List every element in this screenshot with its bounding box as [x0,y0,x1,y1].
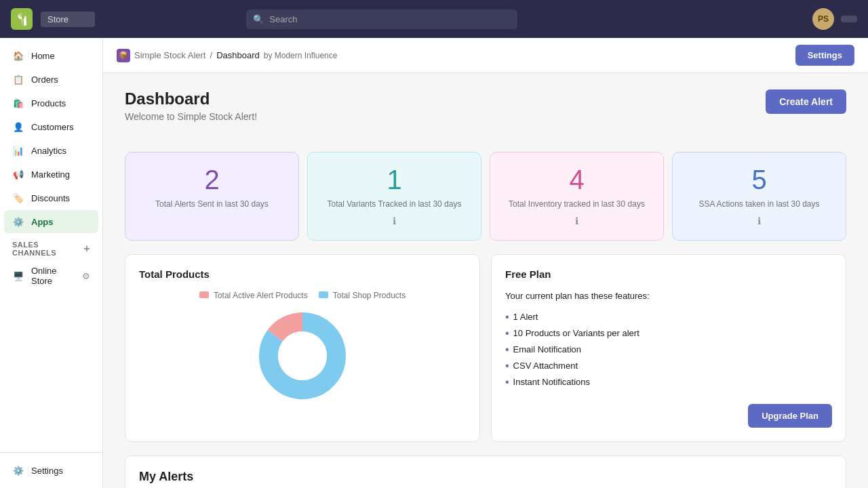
sidebar-item-home[interactable]: 🏠 Home [4,44,98,67]
app-icon: 📦 [117,49,130,62]
free-plan-panel: Free Plan Your current plan has these fe… [491,254,846,442]
settings-button[interactable]: Settings [795,45,854,66]
home-icon: 🏠 [12,49,24,62]
search-bar[interactable]: 🔍 [246,9,517,29]
breadcrumb-separator: / [210,50,213,60]
feature-1: 1 Alert [505,309,832,325]
avatar[interactable]: PS [812,8,834,30]
plan-description: Your current plan has these features: [505,291,832,301]
search-input[interactable] [246,9,517,29]
shopify-logo [11,8,33,30]
stat-card-actions: 5 SSA Actions taken in last 30 days ℹ [672,152,846,241]
stat-number-alerts-sent: 2 [136,166,288,193]
sidebar-item-orders[interactable]: 📋 Orders [4,68,98,91]
discounts-icon: 🏷️ [12,192,24,204]
stat-info-inventory: ℹ [501,216,652,226]
sidebar-item-marketing[interactable]: 📢 Marketing [4,163,98,186]
add-channel-icon[interactable]: + [83,243,90,255]
topbar-menu-btn[interactable] [841,16,857,22]
stat-number-inventory: 4 [501,166,652,193]
stat-label-alerts-sent: Total Alerts Sent in last 30 days [136,199,288,210]
sidebar-item-discounts[interactable]: 🏷️ Discounts [4,186,98,209]
sidebar-item-customers[interactable]: 👤 Customers [4,115,98,138]
sidebar-footer: ⚙️ Settings [0,452,102,488]
search-icon: 🔍 [253,14,264,24]
legend-shop: Total Shop Products [319,291,406,300]
total-products-title: Total Products [139,268,466,280]
breadcrumb-app-name: Simple Stock Alert [134,50,206,60]
page-title: Dashboard [125,89,257,108]
my-alerts-title: My Alerts [139,470,832,484]
store-name[interactable]: Store [41,12,95,27]
dashboard-content: Dashboard Welcome to Simple Stock Alert!… [103,73,868,488]
customers-icon: 👤 [12,121,24,133]
total-products-panel: Total Products Total Active Alert Produc… [125,254,480,442]
stat-cards: 2 Total Alerts Sent in last 30 days 1 To… [125,152,846,241]
stat-number-variants: 1 [319,166,470,193]
free-plan-title: Free Plan [505,268,832,280]
legend-active: Total Active Alert Products [199,291,308,300]
products-icon: 🛍️ [12,97,24,109]
feature-3: Email Notification [505,342,832,358]
topbar-right: PS [812,8,857,30]
stat-label-variants: Total Variants Tracked in last 30 days [319,199,470,210]
sidebar-nav: 🏠 Home 📋 Orders 🛍️ Products 👤 Customers … [0,38,102,452]
sidebar-item-analytics[interactable]: 📊 Analytics [4,139,98,162]
stat-number-actions: 5 [684,166,835,193]
marketing-icon: 📢 [12,168,24,180]
panels: Total Products Total Active Alert Produc… [125,254,846,442]
sidebar: 🏠 Home 📋 Orders 🛍️ Products 👤 Customers … [0,38,103,488]
legend-dot-active [199,291,209,298]
stat-card-inventory: 4 Total Inventory tracked in last 30 day… [490,152,664,241]
main-content: 📦 Simple Stock Alert / Dashboard by Mode… [103,38,868,488]
breadcrumb-bar: 📦 Simple Stock Alert / Dashboard by Mode… [103,38,868,73]
feature-5: Instant Notifications [505,374,832,390]
sales-channels-section: SALES CHANNELS + [4,234,98,260]
stat-label-actions: SSA Actions taken in last 30 days [684,199,835,210]
orders-icon: 📋 [12,73,24,85]
breadcrumb: 📦 Simple Stock Alert / Dashboard by Mode… [117,49,351,62]
page-subtitle: Welcome to Simple Stock Alert! [125,111,257,122]
analytics-icon: 📊 [12,144,24,157]
stat-label-inventory: Total Inventory tracked in last 30 days [501,199,652,210]
feature-4: CSV Attachment [505,358,832,374]
my-alerts-section: My Alerts All Active Inactive Alert Titl… [125,455,846,488]
stat-card-variants: 1 Total Variants Tracked in last 30 days… [307,152,481,241]
stat-card-alerts-sent: 2 Total Alerts Sent in last 30 days [125,152,299,241]
stat-info-actions: ℹ [684,216,835,226]
online-store-settings-icon[interactable]: ⚙ [82,271,90,281]
sidebar-item-products[interactable]: 🛍️ Products [4,92,98,115]
online-store-icon: 🖥️ [12,270,24,282]
create-alert-button[interactable]: Create Alert [766,89,846,114]
sidebar-item-apps[interactable]: ⚙️ Apps [4,210,98,233]
sidebar-item-online-store[interactable]: 🖥️ Online Store ⚙ [4,260,98,291]
plan-features: 1 Alert 10 Products or Variants per aler… [505,309,832,390]
breadcrumb-current: Dashboard [216,50,260,60]
breadcrumb-by: by Modern Influence [264,51,338,60]
stat-info-variants: ℹ [319,216,470,226]
chart-area: Total Active Alert Products Total Shop P… [139,291,466,403]
chart-legend: Total Active Alert Products Total Shop P… [199,291,406,300]
upgrade-plan-button[interactable]: Upgrade Plan [748,404,832,428]
svg-point-2 [278,331,327,380]
sidebar-item-settings[interactable]: ⚙️ Settings [4,459,98,482]
feature-2: 10 Products or Variants per alert [505,325,832,342]
donut-chart [255,308,350,403]
legend-dot-shop [319,291,328,298]
settings-nav-icon: ⚙️ [12,464,24,476]
topbar: Store 🔍 PS [0,0,868,38]
apps-icon: ⚙️ [12,216,24,228]
